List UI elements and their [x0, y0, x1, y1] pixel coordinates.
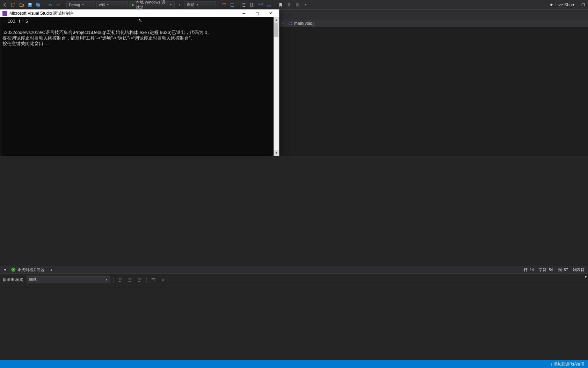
- tool-button-3[interactable]: [240, 1, 247, 8]
- errorlist-dropdown[interactable]: ▾: [3, 267, 8, 272]
- debugger-value: 本地 Windows 调试器: [136, 0, 168, 10]
- console-title: Microsoft Visual Studio 调试控制台: [9, 10, 74, 16]
- upload-icon: ↑: [551, 362, 553, 366]
- tool-button-2[interactable]: [229, 1, 236, 8]
- bookmark-next-button[interactable]: [294, 1, 301, 8]
- separator: [44, 2, 44, 8]
- debugger-selector[interactable]: ▶本地 Windows 调试器▼: [129, 1, 175, 8]
- feedback-button[interactable]: [580, 1, 587, 8]
- separator: [218, 2, 218, 8]
- play-icon: ▶: [132, 3, 135, 7]
- scroll-thumb[interactable]: [274, 23, 278, 37]
- output-wordwrap[interactable]: [150, 276, 157, 283]
- live-share-label: Live Share: [556, 2, 575, 7]
- save-all-button[interactable]: [35, 1, 42, 8]
- open-button[interactable]: [18, 1, 25, 8]
- lower-panel-area: [0, 156, 588, 368]
- overflow-button[interactable]: ▾: [302, 1, 309, 8]
- new-button[interactable]: [10, 1, 17, 8]
- scope-value: main(void): [294, 21, 314, 26]
- mode-value: 自动: [187, 2, 195, 7]
- console-line: :\2022code\vs2019\C语言技巧集合\Project1\Debug…: [2, 30, 212, 35]
- separator: [113, 277, 114, 283]
- no-issues-label: 未找到相关问题: [17, 267, 44, 273]
- separator: [238, 2, 238, 8]
- mode-selector[interactable]: 自动▼: [184, 1, 216, 8]
- back-nav-button[interactable]: [1, 1, 8, 8]
- prev-issue-button[interactable]: ◂: [48, 267, 54, 273]
- debug-console-window: Microsoft Visual Studio 调试控制台 ─ ▢ ✕ = 10…: [0, 9, 280, 156]
- separator: [64, 2, 64, 8]
- method-icon: [289, 22, 292, 25]
- source-control-button[interactable]: ↑ 添加到源代码管理: [551, 362, 585, 367]
- console-output[interactable]: = 100, t = 5 :\2022code\vs2019\C语言技巧集合\P…: [0, 17, 274, 156]
- bookmark-button[interactable]: [277, 1, 284, 8]
- output-panel-header: 输出来源(S): 调试▼: [0, 274, 588, 286]
- tool-button-5[interactable]: [257, 1, 264, 8]
- svg-rect-9: [259, 3, 263, 4]
- output-source-selector[interactable]: 调试▼: [27, 276, 110, 283]
- close-button[interactable]: ✕: [264, 9, 277, 17]
- status-bar: ↑ 添加到源代码管理: [0, 360, 588, 368]
- scroll-down-button[interactable]: ▼: [274, 150, 279, 156]
- save-button[interactable]: [27, 1, 34, 8]
- minimize-button[interactable]: ─: [237, 9, 251, 17]
- output-tool-3[interactable]: [136, 276, 144, 283]
- svg-rect-5: [222, 3, 226, 6]
- separator: [146, 277, 147, 283]
- code-nav-bar: ▾ main(void): [280, 20, 588, 27]
- platform-value: x86: [99, 3, 105, 7]
- chevron-down-icon: ▼: [81, 3, 84, 6]
- chevron-down-icon: ▼: [105, 278, 108, 281]
- svg-rect-11: [581, 4, 585, 6]
- console-line: 按任意键关闭此窗口. . .: [2, 41, 50, 46]
- svg-rect-7: [251, 3, 252, 7]
- redo-button[interactable]: [55, 1, 62, 8]
- tab-indicator[interactable]: 制表符: [573, 267, 585, 273]
- live-share-button[interactable]: Live Share: [546, 2, 578, 7]
- console-line: 要在调试停止时自动关闭控制台，请启用“工具”->“选项”->“调试”->“调试停…: [2, 35, 195, 41]
- output-source-value: 调试: [29, 277, 37, 282]
- chevron-down-icon: ▼: [107, 3, 109, 6]
- scroll-up-button[interactable]: ▲: [274, 17, 279, 23]
- configuration-selector[interactable]: Debug▼: [66, 1, 95, 8]
- svg-rect-4: [37, 3, 41, 7]
- source-control-label: 添加到源代码管理: [554, 362, 585, 367]
- tool-button-6[interactable]: [266, 1, 273, 8]
- console-line: = 100, t = 5: [2, 19, 28, 24]
- scroll-track[interactable]: [274, 23, 279, 150]
- chevron-down-icon[interactable]: ▾: [282, 22, 284, 25]
- svg-rect-0: [12, 3, 14, 7]
- chevron-down-icon: ▼: [196, 3, 199, 6]
- check-icon: ✓: [11, 268, 15, 272]
- output-tool-1[interactable]: [116, 276, 124, 283]
- no-issues-item[interactable]: ✓ 未找到相关问题: [11, 267, 44, 273]
- tool-button-4[interactable]: [249, 1, 256, 8]
- platform-selector[interactable]: x86▼: [96, 1, 128, 8]
- svg-rect-8: [253, 3, 254, 7]
- bookmark-prev-button[interactable]: [285, 1, 292, 8]
- svg-rect-6: [231, 3, 234, 6]
- char-indicator[interactable]: 字符: 54: [539, 267, 553, 273]
- maximize-button[interactable]: ▢: [251, 9, 264, 17]
- separator: [275, 2, 275, 8]
- tool-button-1[interactable]: [220, 1, 227, 8]
- console-body: = 100, t = 5 :\2022code\vs2019\C语言技巧集合\P…: [0, 17, 279, 156]
- chevron-down-icon: ▼: [169, 3, 172, 6]
- line-indicator[interactable]: 行: 14: [524, 267, 534, 273]
- main-toolbar: Debug▼ x86▼ ▶本地 Windows 调试器▼ ▼ 自动▼ ▾ Liv…: [0, 0, 588, 10]
- configuration-value: Debug: [69, 3, 80, 7]
- col-indicator[interactable]: 列: 57: [558, 267, 568, 273]
- console-scrollbar[interactable]: ▲ ▼: [274, 17, 279, 156]
- console-titlebar[interactable]: Microsoft Visual Studio 调试控制台 ─ ▢ ✕: [0, 9, 279, 17]
- output-clear[interactable]: [159, 276, 167, 283]
- error-list-bar: ▾ ✓ 未找到相关问题 ◂ ▸: [0, 266, 588, 274]
- output-window-dropdown[interactable]: ▾: [585, 275, 587, 279]
- cursor-position-bar: 行: 14 字符: 54 列: 57 制表符: [524, 266, 585, 274]
- svg-rect-2: [29, 3, 31, 5]
- debug-dropdown[interactable]: ▼: [176, 1, 183, 8]
- undo-button[interactable]: [46, 1, 53, 8]
- output-tool-2[interactable]: [126, 276, 134, 283]
- scope-selector[interactable]: main(void): [289, 21, 314, 26]
- vs-icon: [2, 11, 7, 16]
